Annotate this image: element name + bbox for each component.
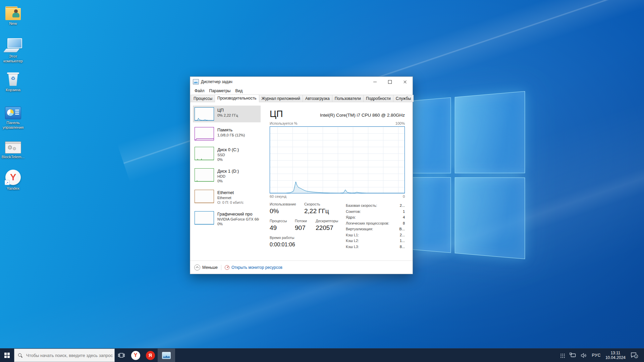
stat-logical-value: 8 bbox=[403, 221, 405, 227]
disk0-mini-chart bbox=[195, 147, 214, 160]
sidebar-item-disk1[interactable]: Диск 1 (D:) HDD 0% bbox=[193, 167, 261, 185]
open-resource-monitor-link[interactable]: Открыть монитор ресурсов bbox=[225, 265, 282, 270]
fewer-details-button[interactable]: Меньше bbox=[194, 264, 218, 270]
chart-x-left-label: 60 секунд bbox=[270, 194, 286, 198]
menu-view[interactable]: Вид bbox=[233, 87, 245, 94]
stat-sockets-value: 1 bbox=[403, 209, 405, 215]
taskbar: Y Я bbox=[0, 348, 644, 362]
taskbar-yandex-app[interactable]: Я bbox=[143, 349, 158, 362]
sidebar-memory-stats: 1,0/8,0 ГБ (12%) bbox=[217, 133, 245, 137]
stat-base-speed-value: 2... bbox=[400, 203, 405, 209]
performance-pane: ЦП 0% 2,22 ГГц Память 1,0/8,0 ГБ (12%) bbox=[190, 102, 413, 260]
notification-center-button[interactable]: 1 bbox=[628, 349, 641, 362]
dot-grid-icon bbox=[560, 353, 565, 358]
tab-users[interactable]: Пользователи bbox=[332, 95, 364, 102]
sidebar-cpu-title: ЦП bbox=[217, 107, 238, 113]
minimize-icon bbox=[373, 82, 377, 82]
sidebar-item-disk0[interactable]: Диск 0 (C:) SSD 0% bbox=[193, 145, 261, 164]
stat-usage-label: Использование bbox=[270, 202, 304, 206]
computer-icon bbox=[0, 36, 26, 53]
shared-folder-icon bbox=[0, 3, 26, 20]
desktop-icon-yandex[interactable]: Y↗ Yandex bbox=[0, 168, 26, 191]
windows-start-icon bbox=[4, 353, 10, 358]
stat-l2-value: 1... bbox=[400, 238, 405, 244]
tab-details[interactable]: Подробности bbox=[363, 95, 393, 102]
sidebar-disk0-usage: 0% bbox=[217, 157, 239, 162]
stat-usage-value: 0% bbox=[270, 207, 304, 215]
sidebar-item-gpu[interactable]: Графический про NVIDIA GeForce GTX 660 0… bbox=[193, 209, 261, 228]
stat-l3-value: 8... bbox=[400, 244, 405, 250]
sidebar-disk1-type: HDD bbox=[217, 174, 239, 179]
sidebar-gpu-title: Графический про bbox=[217, 211, 259, 217]
sidebar-item-memory[interactable]: Память 1,0/8,0 ГБ (12%) bbox=[193, 125, 261, 142]
tab-startup[interactable]: Автозагрузка bbox=[303, 95, 332, 102]
speaker-icon bbox=[581, 353, 587, 358]
start-button[interactable] bbox=[0, 349, 14, 362]
desktop-icon-blocktelem[interactable]: ⚙⚙ BlockTelem... bbox=[0, 137, 26, 159]
stat-l3-label: Кэш L3: bbox=[346, 244, 359, 250]
memory-mini-chart bbox=[195, 127, 214, 140]
taskbar-task-manager-active[interactable] bbox=[158, 349, 175, 362]
tab-processes[interactable]: Процессы bbox=[191, 95, 215, 102]
minimize-button[interactable] bbox=[367, 77, 382, 87]
disk1-mini-chart bbox=[195, 168, 214, 182]
yandex-browser-icon: Y bbox=[131, 351, 140, 360]
task-view-button[interactable] bbox=[115, 349, 128, 362]
stat-cores-label: Ядра: bbox=[346, 215, 356, 221]
stat-cores-value: 4 bbox=[403, 215, 405, 221]
notification-icon: 1 bbox=[630, 352, 638, 359]
desktop-icon-label: BlockTelem... bbox=[0, 155, 26, 159]
desktop-icon-this-pc[interactable]: Этот компьютер bbox=[0, 36, 26, 63]
tray-volume-button[interactable] bbox=[579, 349, 589, 362]
stat-uptime-label: Время работы bbox=[270, 236, 295, 240]
close-button[interactable] bbox=[397, 77, 413, 87]
tray-grid-button[interactable] bbox=[557, 349, 567, 362]
task-manager-window: Диспетчер задач Файл Параметры Вид Проце… bbox=[190, 76, 413, 274]
cpu-model-name: Intel(R) Core(TM) i7 CPU 860 @ 2.80GHz bbox=[320, 113, 405, 118]
stat-sockets-label: Сокетов: bbox=[346, 209, 361, 215]
taskbar-search[interactable] bbox=[14, 349, 115, 362]
stat-l1-value: 2... bbox=[400, 232, 405, 238]
tray-time: 13:11 bbox=[605, 351, 626, 355]
stat-virtualization-value: В... bbox=[399, 226, 405, 232]
stat-speed-label: Скорость bbox=[304, 202, 329, 206]
sidebar-item-cpu[interactable]: ЦП 0% 2,22 ГГц bbox=[193, 106, 261, 122]
close-icon bbox=[403, 80, 407, 84]
tray-network-button[interactable] bbox=[567, 349, 579, 362]
title-bar[interactable]: Диспетчер задач bbox=[190, 77, 413, 87]
stat-l2-label: Кэш L2: bbox=[346, 238, 359, 244]
tab-services[interactable]: Службы bbox=[393, 95, 414, 102]
maximize-button[interactable] bbox=[382, 77, 397, 87]
stat-processes-value: 49 bbox=[270, 224, 295, 232]
stat-processes-label: Процессы bbox=[270, 219, 295, 223]
desktop-icon-new[interactable]: New bbox=[0, 3, 26, 26]
maximize-icon bbox=[388, 80, 392, 84]
sidebar-disk1-title: Диск 1 (D:) bbox=[217, 168, 239, 174]
footer-divider bbox=[221, 265, 221, 270]
task-manager-app-icon bbox=[193, 79, 199, 84]
sidebar-item-ethernet[interactable]: Ethernet Ethernet О: 0 П: 0 кбит/с bbox=[193, 188, 261, 206]
desktop-icon-control-panel[interactable]: Панель управления bbox=[0, 103, 26, 130]
resource-monitor-label: Открыть монитор ресурсов bbox=[231, 265, 282, 270]
menu-file[interactable]: Файл bbox=[192, 87, 207, 94]
tab-app-history[interactable]: Журнал приложений bbox=[259, 95, 303, 102]
fewer-details-label: Меньше bbox=[202, 265, 218, 270]
chart-x-right-label: 0 bbox=[403, 194, 405, 198]
menu-options[interactable]: Параметры bbox=[207, 87, 233, 94]
desktop-icon-recycle-bin[interactable]: ♻ Корзина bbox=[0, 70, 26, 92]
tray-language-button[interactable]: РУС bbox=[589, 349, 603, 362]
performance-sidebar: ЦП 0% 2,22 ГГц Память 1,0/8,0 ГБ (12%) bbox=[193, 106, 261, 231]
gpu-mini-chart bbox=[195, 211, 214, 225]
sidebar-disk0-type: SSD bbox=[217, 153, 239, 157]
window-footer: Меньше Открыть монитор ресурсов bbox=[190, 260, 413, 274]
stat-uptime-value: 0:00:01:06 bbox=[270, 241, 295, 249]
chart-y-max: 100% bbox=[395, 121, 405, 125]
tray-clock[interactable]: 13:11 10.04.2024 bbox=[603, 349, 628, 362]
tab-performance[interactable]: Производительность bbox=[215, 95, 259, 102]
search-input[interactable] bbox=[25, 353, 114, 358]
stat-speed-value: 2,22 ГГц bbox=[304, 207, 329, 215]
cpu-heading: ЦП bbox=[270, 109, 283, 119]
sidebar-gpu-usage: 0% bbox=[217, 222, 259, 226]
taskbar-yandex-browser[interactable]: Y bbox=[128, 349, 143, 362]
cpu-usage-chart[interactable] bbox=[270, 126, 405, 193]
